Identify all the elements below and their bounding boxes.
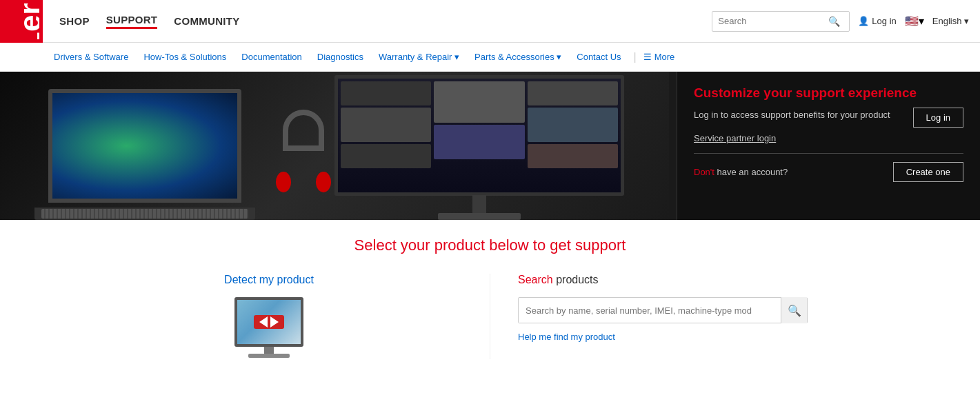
monitor-screen xyxy=(334,75,624,196)
hero-account-row: Don't have an account? Create one xyxy=(694,162,963,182)
search-products-icon: 🔍 xyxy=(788,304,801,317)
search-products-box[interactable]: 🔍 xyxy=(518,297,808,323)
login-label[interactable]: Log in xyxy=(872,16,896,26)
hero-account-text: Don't have an account? xyxy=(694,167,788,177)
hero-background xyxy=(0,72,669,220)
search-section: Search products 🔍 Help me find my produc… xyxy=(490,274,932,343)
lenovo-logo[interactable]: Lenovo xyxy=(0,0,43,43)
hero-divider xyxy=(694,153,963,154)
nav-howtos[interactable]: How-Tos & Solutions xyxy=(138,52,232,62)
detect-monitor-icon xyxy=(231,297,307,359)
detect-title[interactable]: Detect my product xyxy=(224,274,314,286)
nav-drivers-software[interactable]: Drivers & Software xyxy=(48,52,134,62)
laptop-device xyxy=(34,89,255,220)
hero-section: Customize your support experience Log in… xyxy=(0,72,980,220)
monitor-stand xyxy=(472,195,486,214)
product-selection: Detect my product xyxy=(48,274,932,359)
top-navigation: SHOP SUPPORT COMMUNITY 🔍 👤 Log in 🇺🇸▾ En… xyxy=(0,0,980,43)
svg-text:Lenovo: Lenovo xyxy=(13,3,39,39)
detect-section: Detect my product xyxy=(48,274,490,359)
hamburger-icon: ☰ xyxy=(643,52,652,62)
monitor-thumb-2 xyxy=(341,108,431,142)
language-selector[interactable]: English ▾ xyxy=(932,16,969,26)
hero-login-button[interactable]: Log in xyxy=(913,108,963,128)
search-title: Search products xyxy=(518,274,904,286)
help-find-link[interactable]: Help me find my product xyxy=(518,332,615,342)
select-product-title: Select your product below to get support xyxy=(48,236,932,254)
service-partner-link[interactable]: Service partner login xyxy=(694,133,963,143)
monitor-thumb-7 xyxy=(528,108,618,142)
monitor-base xyxy=(438,213,521,220)
nav-shop[interactable]: SHOP xyxy=(59,15,90,27)
search-products-input[interactable] xyxy=(519,298,781,323)
search-box[interactable]: 🔍 xyxy=(712,11,850,32)
monitor-thumb-8 xyxy=(528,144,618,168)
detect-arrow-icon xyxy=(254,311,284,333)
monitor-thumb-5 xyxy=(434,125,524,159)
laptop-keyboard xyxy=(41,209,248,219)
nav-documentation[interactable]: Documentation xyxy=(236,52,307,62)
monitor-device xyxy=(324,75,634,220)
more-label: More xyxy=(654,52,675,62)
login-link[interactable]: 👤 Log in xyxy=(858,16,896,26)
monitor-thumb-4 xyxy=(434,81,524,123)
monitor-thumb-1 xyxy=(341,81,431,105)
search-icon: 🔍 xyxy=(828,16,840,27)
monitor-col-1 xyxy=(341,81,431,190)
nav-contact-us[interactable]: Contact Us xyxy=(571,52,626,62)
top-nav-links: SHOP SUPPORT COMMUNITY xyxy=(59,14,240,29)
headphone-cup-left xyxy=(276,172,291,192)
detect-monitor-stand xyxy=(264,347,274,354)
nav-warranty-repair[interactable]: Warranty & Repair ▾ xyxy=(373,52,465,62)
headphones-device xyxy=(276,110,331,213)
monitor-col-3 xyxy=(528,81,618,190)
nav-diagnostics[interactable]: Diagnostics xyxy=(312,52,369,62)
nav-separator: | xyxy=(634,51,637,63)
create-account-button[interactable]: Create one xyxy=(893,162,963,182)
nav-support[interactable]: SUPPORT xyxy=(106,14,158,29)
monitor-col-2 xyxy=(434,81,524,190)
monitor-thumb-3 xyxy=(341,144,431,168)
hero-right-panel: Customize your support experience Log in… xyxy=(677,72,980,220)
main-content: Select your product below to get support… xyxy=(0,220,980,359)
search-input[interactable] xyxy=(718,16,828,26)
nav-parts-accessories[interactable]: Parts & Accessories ▾ xyxy=(469,52,567,62)
user-icon: 👤 xyxy=(858,16,869,26)
detect-monitor-screen xyxy=(234,297,303,347)
top-nav: Lenovo SHOP SUPPORT COMMUNITY 🔍 👤 Log in… xyxy=(0,0,980,43)
headphones-arc xyxy=(283,110,324,151)
hero-login-row: Log in to access support benefits for yo… xyxy=(694,108,963,128)
laptop-screen xyxy=(48,89,241,203)
search-products-button[interactable]: 🔍 xyxy=(781,297,807,323)
search-title-accent: Search xyxy=(518,274,553,285)
more-button[interactable]: ☰ More xyxy=(643,52,675,62)
nav-community[interactable]: COMMUNITY xyxy=(174,15,239,27)
top-nav-right: 🔍 👤 Log in 🇺🇸▾ English ▾ xyxy=(712,11,969,32)
hero-subtitle: Log in to access support benefits for yo… xyxy=(694,109,890,121)
svg-rect-1 xyxy=(254,315,284,329)
monitor-thumb-6 xyxy=(528,81,618,105)
second-navigation: Drivers & Software How-Tos & Solutions D… xyxy=(0,43,980,72)
detect-screen-bg xyxy=(237,300,301,344)
monitor-screen-content xyxy=(338,79,621,192)
laptop-screen-content xyxy=(52,93,237,199)
hero-title: Customize your support experience xyxy=(694,85,963,101)
flag-icon: 🇺🇸▾ xyxy=(905,14,924,28)
detect-monitor-base xyxy=(248,354,290,358)
dont-label: Don't xyxy=(694,167,717,177)
laptop-base xyxy=(34,208,255,220)
